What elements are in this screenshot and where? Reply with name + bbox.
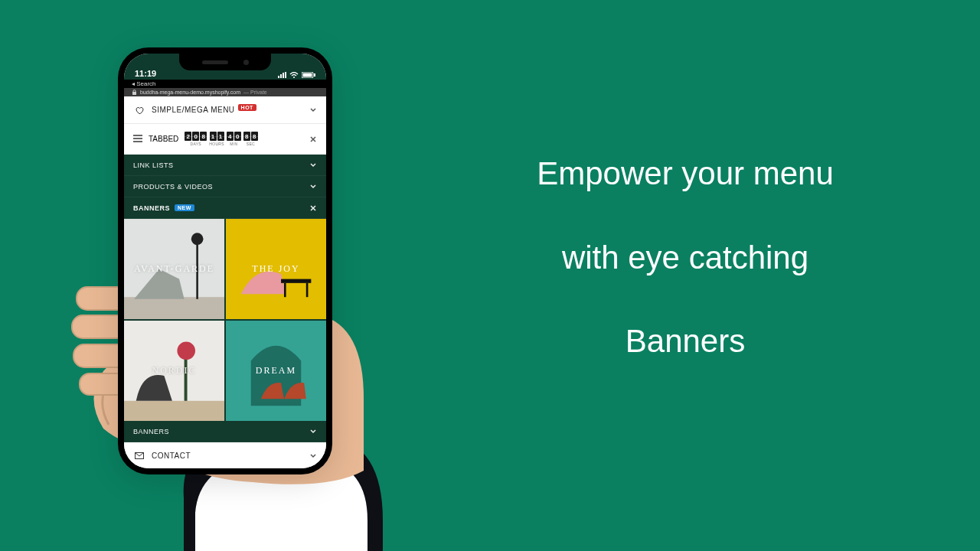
svg-point-27 (177, 342, 195, 360)
menu-label: SIMPLE/MEGA MENU (152, 106, 235, 114)
svg-rect-17 (124, 297, 224, 319)
banner-label: DREAM (256, 365, 296, 377)
svg-rect-6 (283, 73, 284, 78)
chevron-down-icon (309, 106, 317, 114)
submenu-label: BANNERS (133, 428, 169, 435)
close-icon[interactable] (309, 204, 317, 212)
status-indicators (278, 72, 315, 78)
svg-rect-4 (278, 76, 279, 78)
banner-the-joy[interactable]: THE JOY (226, 219, 326, 319)
banner-avant-garde[interactable]: AVANT-GARDE (124, 219, 224, 319)
banner-label: NORDIC (152, 365, 196, 377)
svg-rect-22 (284, 283, 286, 297)
svg-rect-5 (280, 74, 282, 78)
svg-rect-21 (281, 279, 311, 283)
back-label: ◂ Search (132, 80, 156, 87)
chevron-down-icon (309, 428, 317, 435)
chevron-down-icon (309, 452, 317, 460)
submenu-label: LINK LISTS (133, 161, 174, 169)
banner-label: THE JOY (252, 263, 299, 275)
back-to-app-row[interactable]: ◂ Search (124, 80, 326, 88)
signal-icon (278, 72, 286, 78)
chevron-down-icon (309, 161, 317, 169)
submenu-banners-header[interactable]: BANNERS NEW (124, 197, 326, 219)
menu-label: TABBED (149, 135, 178, 143)
banner-label: AVANT-GARDE (134, 263, 214, 275)
menu-label: CONTACT (152, 452, 191, 460)
countdown-timer: 208 DAYS 11 HOURS 40 MIN 88 SEC (185, 132, 258, 146)
close-icon[interactable] (309, 135, 317, 143)
svg-point-8 (293, 77, 295, 78)
tagline-line-2: with eye catching (436, 237, 934, 279)
svg-rect-7 (285, 72, 286, 78)
hot-badge: HOT (238, 104, 256, 111)
submenu-label: PRODUCTS & VIDEOS (133, 183, 213, 191)
phone-screen: 11:19 ◂ Search buddha-mega-menu-demo.mys… (124, 54, 326, 468)
wifi-icon (289, 72, 299, 78)
banner-nordic[interactable]: NORDIC (124, 321, 224, 421)
tabbed-submenu: LINK LISTS PRODUCTS & VIDEOS BANNERS NEW (124, 155, 326, 442)
url-host: buddha-mega-menu-demo.myshopify.com (140, 90, 240, 95)
svg-rect-12 (132, 92, 136, 95)
heart-icon (133, 106, 145, 115)
submenu-link-lists[interactable]: LINK LISTS (124, 155, 326, 176)
submenu-banners-footer[interactable]: BANNERS (124, 421, 326, 442)
submenu-products-videos[interactable]: PRODUCTS & VIDEOS (124, 176, 326, 197)
svg-rect-23 (306, 283, 309, 297)
list-icon (133, 135, 142, 144)
tagline-line-3: Banners (436, 321, 934, 363)
chevron-down-icon (309, 183, 317, 191)
phone-notch (179, 54, 271, 70)
status-time: 11:19 (135, 69, 156, 78)
browser-url-bar[interactable]: buddha-mega-menu-demo.myshopify.com — Pr… (124, 88, 326, 96)
svg-point-19 (191, 233, 204, 245)
marketing-tagline: Empower your menu with eye catching Bann… (436, 153, 934, 405)
mail-icon (133, 452, 145, 459)
battery-icon (302, 72, 315, 78)
banner-grid: AVANT-GARDE THE JOY (124, 219, 326, 421)
menu-item-tabbed[interactable]: TABBED 208 DAYS 11 HOURS 40 MIN 88 SEC (124, 124, 326, 155)
menu-item-simple-mega[interactable]: SIMPLE/MEGA MENU HOT (124, 96, 326, 124)
submenu-label: BANNERS (133, 204, 170, 212)
url-suffix: — Private (243, 90, 267, 95)
svg-rect-10 (303, 73, 312, 77)
svg-rect-25 (124, 401, 224, 421)
lock-icon (132, 90, 137, 95)
svg-rect-11 (314, 73, 315, 77)
new-badge: NEW (175, 204, 194, 211)
menu-item-contact[interactable]: CONTACT (124, 442, 326, 468)
tagline-line-1: Empower your menu (436, 153, 934, 195)
phone-mockup: 11:19 ◂ Search buddha-mega-menu-demo.mys… (118, 47, 332, 474)
banner-dream[interactable]: DREAM (226, 321, 326, 421)
